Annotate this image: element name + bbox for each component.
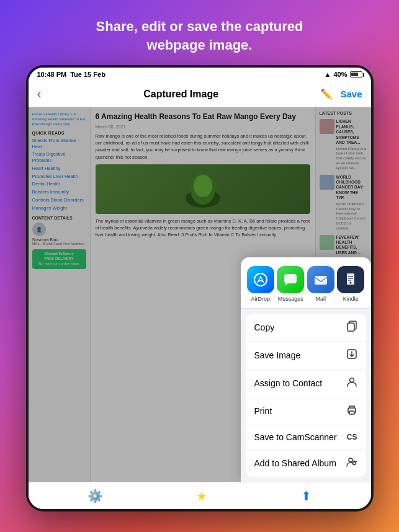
battery-icon: [350, 71, 362, 78]
svg-marker-5: [284, 283, 289, 286]
share-sheet: AirDrop Messages: [241, 257, 371, 482]
save-image-label: Save Image: [254, 350, 301, 360]
svg-point-3: [254, 273, 267, 286]
kindle-label: Kindle: [343, 296, 359, 302]
copy-icon: [346, 321, 357, 334]
battery-percent: 40%: [333, 71, 347, 78]
nav-actions: ✏️ Save: [320, 88, 362, 100]
print-action[interactable]: Print: [246, 397, 366, 425]
settings-icon[interactable]: ⚙️: [87, 489, 103, 503]
save-button[interactable]: Save: [340, 89, 362, 99]
camscanner-icon: CS: [347, 433, 357, 441]
messages-label: Messages: [278, 296, 303, 302]
status-time: 10:48 PM: [37, 71, 67, 78]
instruction-area: Share, edit or save the captured webpage…: [71, 0, 328, 65]
svg-point-8: [350, 282, 352, 284]
shared-album-icon: [346, 456, 357, 470]
assign-contact-label: Assign to Contact: [254, 378, 323, 388]
print-icon: [346, 404, 357, 418]
airdrop-icon: [247, 266, 274, 293]
wifi-icon: ▲: [325, 71, 331, 78]
status-date: Tue 15 Feb: [70, 71, 105, 78]
svg-rect-4: [284, 274, 297, 283]
device-screen: 10:48 PM Tue 15 Feb ▲ 40% ‹ Captured Ima…: [29, 68, 371, 509]
device-frame: 10:48 PM Tue 15 Feb ▲ 40% ‹ Captured Ima…: [26, 65, 374, 512]
bottom-bar: ⚙️ ★ ⬆: [29, 482, 371, 509]
nav-bar: ‹ Captured Image ✏️ Save: [29, 81, 371, 107]
instruction-text: Share, edit or save the captured webpage…: [71, 0, 328, 65]
svg-point-15: [349, 378, 354, 383]
back-button[interactable]: ‹: [37, 87, 42, 101]
nav-title: Captured Image: [143, 89, 218, 100]
share-app-mail[interactable]: Mail: [307, 266, 334, 302]
camscanner-label: Save to CamScanner: [254, 432, 337, 442]
mail-label: Mail: [315, 296, 326, 302]
share-app-kindle[interactable]: Kindle: [337, 266, 364, 302]
save-image-icon: [346, 348, 357, 362]
save-image-action[interactable]: Save Image: [246, 342, 366, 370]
share-app-airdrop[interactable]: AirDrop: [247, 266, 274, 302]
camscanner-action[interactable]: Save to CamScanner CS: [246, 425, 366, 450]
share-app-messages[interactable]: Messages: [277, 266, 304, 302]
assign-contact-icon: [346, 376, 357, 390]
kindle-icon: [337, 266, 364, 293]
share-icon[interactable]: ⬆: [301, 489, 312, 503]
messages-icon: [277, 266, 304, 293]
assign-contact-action[interactable]: Assign to Contact: [246, 370, 366, 397]
svg-rect-13: [347, 323, 354, 331]
copy-label: Copy: [254, 322, 275, 332]
mail-icon: [307, 266, 334, 293]
svg-rect-17: [349, 411, 354, 414]
shared-album-label: Add to Shared Album: [254, 458, 336, 468]
copy-action[interactable]: Copy: [246, 314, 366, 342]
edit-icon[interactable]: ✏️: [320, 88, 333, 100]
star-icon[interactable]: ★: [196, 489, 207, 503]
content-area: Home > Health Library > 6 Amazing Health…: [29, 107, 371, 482]
share-actions: Copy Save Image: [246, 314, 366, 477]
status-bar: 10:48 PM Tue 15 Feb ▲ 40%: [29, 68, 371, 81]
airdrop-label: AirDrop: [251, 296, 270, 302]
print-label: Print: [254, 406, 272, 416]
share-apps-row: AirDrop Messages: [241, 257, 371, 309]
svg-rect-6: [315, 276, 327, 285]
shared-album-action[interactable]: Add to Shared Album: [246, 450, 366, 477]
svg-point-18: [349, 458, 352, 462]
